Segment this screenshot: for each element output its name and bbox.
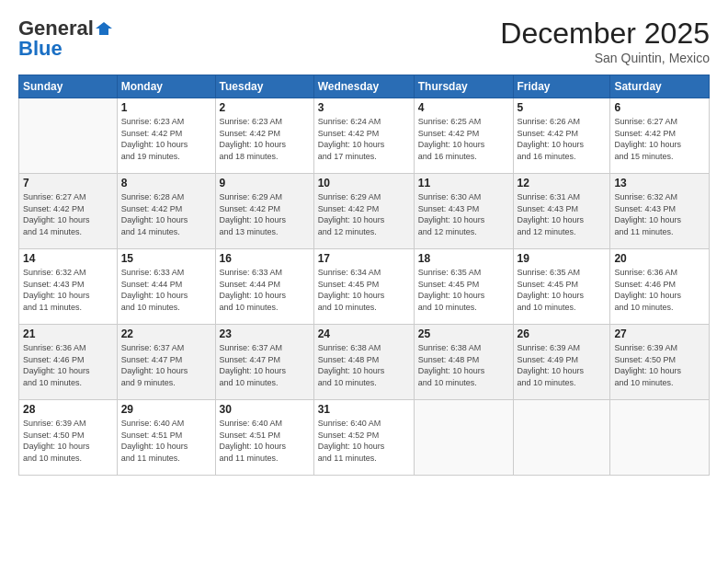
logo-blue: Blue [18,37,63,61]
day-number: 21 [23,327,113,340]
calendar-cell: 8Sunrise: 6:28 AM Sunset: 4:42 PM Daylig… [117,174,215,249]
calendar-cell: 25Sunrise: 6:38 AM Sunset: 4:48 PM Dayli… [414,325,513,400]
logo: General Blue [18,17,112,61]
day-info: Sunrise: 6:36 AM Sunset: 4:46 PM Dayligh… [23,342,113,388]
day-info: Sunrise: 6:27 AM Sunset: 4:42 PM Dayligh… [614,116,705,162]
calendar-cell: 24Sunrise: 6:38 AM Sunset: 4:48 PM Dayli… [313,325,414,400]
day-number: 1 [121,101,211,114]
day-info: Sunrise: 6:26 AM Sunset: 4:42 PM Dayligh… [518,116,607,162]
calendar-cell: 13Sunrise: 6:32 AM Sunset: 4:43 PM Dayli… [610,174,710,249]
calendar-cell: 10Sunrise: 6:29 AM Sunset: 4:42 PM Dayli… [313,174,414,249]
day-number: 14 [23,252,113,265]
day-number: 15 [121,252,211,265]
day-info: Sunrise: 6:31 AM Sunset: 4:43 PM Dayligh… [518,191,607,237]
day-info: Sunrise: 6:38 AM Sunset: 4:48 PM Dayligh… [318,342,410,388]
day-number: 29 [121,403,211,416]
calendar-cell: 5Sunrise: 6:26 AM Sunset: 4:42 PM Daylig… [513,98,610,174]
calendar-cell: 28Sunrise: 6:39 AM Sunset: 4:50 PM Dayli… [19,400,118,476]
day-number: 4 [418,101,509,114]
day-number: 11 [418,177,509,190]
day-number: 17 [318,252,410,265]
day-info: Sunrise: 6:35 AM Sunset: 4:45 PM Dayligh… [418,267,509,313]
day-info: Sunrise: 6:30 AM Sunset: 4:43 PM Dayligh… [418,191,509,237]
calendar-cell: 29Sunrise: 6:40 AM Sunset: 4:51 PM Dayli… [117,400,215,476]
day-info: Sunrise: 6:32 AM Sunset: 4:43 PM Dayligh… [614,191,705,237]
day-info: Sunrise: 6:23 AM Sunset: 4:42 PM Dayligh… [220,116,310,162]
day-number: 24 [318,327,410,340]
day-number: 31 [318,403,410,416]
calendar-cell [513,400,610,476]
day-number: 8 [121,177,211,190]
col-header-thursday: Thursday [414,75,513,98]
day-info: Sunrise: 6:33 AM Sunset: 4:44 PM Dayligh… [121,267,211,313]
day-number: 27 [614,327,705,340]
day-info: Sunrise: 6:29 AM Sunset: 4:42 PM Dayligh… [318,191,410,237]
day-number: 26 [518,327,607,340]
day-number: 9 [220,177,310,190]
day-number: 25 [418,327,509,340]
calendar-header-row: SundayMondayTuesdayWednesdayThursdayFrid… [19,75,710,98]
day-info: Sunrise: 6:29 AM Sunset: 4:42 PM Dayligh… [220,191,310,237]
col-header-wednesday: Wednesday [313,75,414,98]
day-number: 3 [318,101,410,114]
day-number: 23 [220,327,310,340]
day-info: Sunrise: 6:35 AM Sunset: 4:45 PM Dayligh… [518,267,607,313]
day-number: 20 [614,252,705,265]
calendar-cell: 4Sunrise: 6:25 AM Sunset: 4:42 PM Daylig… [414,98,513,174]
header: General Blue December 2025 San Quintin, … [18,17,710,65]
day-info: Sunrise: 6:40 AM Sunset: 4:51 PM Dayligh… [220,418,310,464]
day-info: Sunrise: 6:37 AM Sunset: 4:47 PM Dayligh… [121,342,211,388]
day-info: Sunrise: 6:23 AM Sunset: 4:42 PM Dayligh… [121,116,211,162]
day-number: 2 [220,101,310,114]
calendar-week-row: 28Sunrise: 6:39 AM Sunset: 4:50 PM Dayli… [19,400,710,476]
logo-icon [96,20,112,37]
day-number: 30 [220,403,310,416]
day-info: Sunrise: 6:28 AM Sunset: 4:42 PM Dayligh… [121,191,211,237]
calendar-week-row: 7Sunrise: 6:27 AM Sunset: 4:42 PM Daylig… [19,174,710,249]
day-info: Sunrise: 6:38 AM Sunset: 4:48 PM Dayligh… [418,342,509,388]
calendar-cell: 31Sunrise: 6:40 AM Sunset: 4:52 PM Dayli… [313,400,414,476]
day-number: 6 [614,101,705,114]
calendar-week-row: 21Sunrise: 6:36 AM Sunset: 4:46 PM Dayli… [19,325,710,400]
calendar-cell: 19Sunrise: 6:35 AM Sunset: 4:45 PM Dayli… [513,249,610,325]
calendar-cell: 16Sunrise: 6:33 AM Sunset: 4:44 PM Dayli… [215,249,313,325]
calendar-cell: 6Sunrise: 6:27 AM Sunset: 4:42 PM Daylig… [610,98,710,174]
calendar-cell: 3Sunrise: 6:24 AM Sunset: 4:42 PM Daylig… [313,98,414,174]
col-header-friday: Friday [513,75,610,98]
day-info: Sunrise: 6:40 AM Sunset: 4:51 PM Dayligh… [121,418,211,464]
day-number: 28 [23,403,113,416]
day-info: Sunrise: 6:27 AM Sunset: 4:42 PM Dayligh… [23,191,113,237]
svg-marker-0 [96,22,112,35]
day-number: 16 [220,252,310,265]
day-number: 7 [23,177,113,190]
calendar-cell: 23Sunrise: 6:37 AM Sunset: 4:47 PM Dayli… [215,325,313,400]
day-number: 19 [518,252,607,265]
col-header-tuesday: Tuesday [215,75,313,98]
calendar-cell: 7Sunrise: 6:27 AM Sunset: 4:42 PM Daylig… [19,174,118,249]
day-info: Sunrise: 6:39 AM Sunset: 4:50 PM Dayligh… [23,418,113,464]
calendar-cell: 2Sunrise: 6:23 AM Sunset: 4:42 PM Daylig… [215,98,313,174]
day-number: 18 [418,252,509,265]
col-header-monday: Monday [117,75,215,98]
day-info: Sunrise: 6:34 AM Sunset: 4:45 PM Dayligh… [318,267,410,313]
day-info: Sunrise: 6:24 AM Sunset: 4:42 PM Dayligh… [318,116,410,162]
day-number: 13 [614,177,705,190]
calendar-cell: 18Sunrise: 6:35 AM Sunset: 4:45 PM Dayli… [414,249,513,325]
day-info: Sunrise: 6:37 AM Sunset: 4:47 PM Dayligh… [220,342,310,388]
calendar-cell: 30Sunrise: 6:40 AM Sunset: 4:51 PM Dayli… [215,400,313,476]
calendar-cell: 11Sunrise: 6:30 AM Sunset: 4:43 PM Dayli… [414,174,513,249]
day-info: Sunrise: 6:39 AM Sunset: 4:50 PM Dayligh… [614,342,705,388]
calendar-cell: 17Sunrise: 6:34 AM Sunset: 4:45 PM Dayli… [313,249,414,325]
day-number: 5 [518,101,607,114]
calendar-week-row: 1Sunrise: 6:23 AM Sunset: 4:42 PM Daylig… [19,98,710,174]
day-info: Sunrise: 6:39 AM Sunset: 4:49 PM Dayligh… [518,342,607,388]
calendar-cell: 14Sunrise: 6:32 AM Sunset: 4:43 PM Dayli… [19,249,118,325]
calendar-cell: 12Sunrise: 6:31 AM Sunset: 4:43 PM Dayli… [513,174,610,249]
day-info: Sunrise: 6:36 AM Sunset: 4:46 PM Dayligh… [614,267,705,313]
page: General Blue December 2025 San Quintin, … [0,0,728,563]
calendar-cell: 26Sunrise: 6:39 AM Sunset: 4:49 PM Dayli… [513,325,610,400]
calendar-cell [19,98,118,174]
calendar-cell: 15Sunrise: 6:33 AM Sunset: 4:44 PM Dayli… [117,249,215,325]
day-info: Sunrise: 6:25 AM Sunset: 4:42 PM Dayligh… [418,116,509,162]
calendar-cell: 20Sunrise: 6:36 AM Sunset: 4:46 PM Dayli… [610,249,710,325]
